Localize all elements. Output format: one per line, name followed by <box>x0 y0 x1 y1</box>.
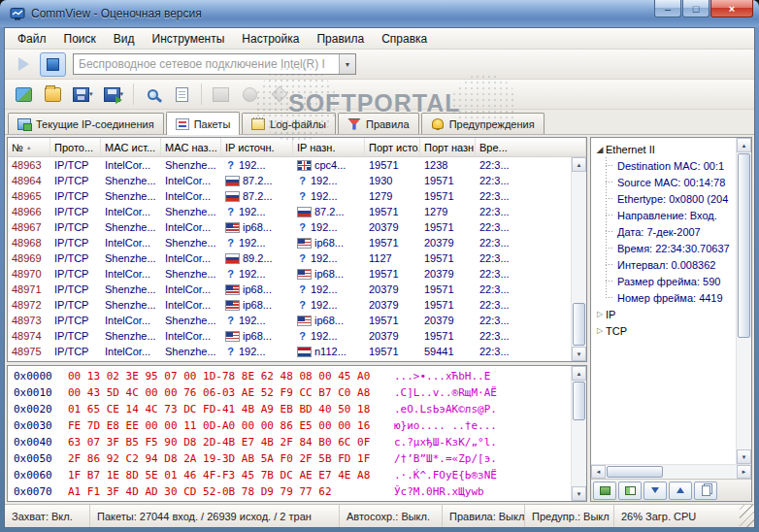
column-header-no[interactable]: №▲ <box>8 138 50 156</box>
hex-row[interactable]: 0x000000 13 02 3E 95 07 00 1D-78 8E 62 4… <box>14 368 571 384</box>
column-header-port_dst[interactable]: Порт назн. <box>420 138 476 156</box>
expand-all-button[interactable] <box>644 482 667 500</box>
packet-list-scrollbar[interactable]: ▲ ▼ <box>571 157 586 361</box>
packet-row-48967[interactable]: 48967IP/TCPShenzhe...IntelCor...ip68...?… <box>8 219 571 235</box>
hex-row[interactable]: 0x004063 07 3F B5 F5 90 D8 2D-4B E7 4B 2… <box>14 434 571 450</box>
scroll-thumb[interactable] <box>738 153 750 338</box>
adapter-select[interactable]: Беспроводное сетевое подключение Intel(R… <box>73 53 356 75</box>
packet-row-48974[interactable]: 48974IP/TCPShenzhe...IntelCor...ip68...?… <box>8 328 571 344</box>
tab-alarms[interactable]: Предупреждения <box>421 113 544 134</box>
packet-row-48969[interactable]: 48969IP/TCPShenzhe...IntelCor...89.2...?… <box>8 250 571 266</box>
tree-field-direction[interactable]: Направление: Вход. <box>602 207 736 223</box>
tree-field-frame-number[interactable]: Номер фрейма: 4419 <box>602 289 736 306</box>
stop-capture-button[interactable] <box>40 52 66 77</box>
tab-log-files[interactable]: Log-файлы <box>242 113 336 134</box>
tree-field-ethertype[interactable]: Ethertype: 0x0800 (204 <box>602 190 736 207</box>
scroll-thumb[interactable] <box>573 303 585 346</box>
open-logs-button[interactable] <box>40 83 66 107</box>
hex-row[interactable]: 0x00502F 86 92 C2 94 D8 2A 19-3D AB 5A F… <box>14 450 571 467</box>
column-header-ip_src[interactable]: IP источн. <box>221 138 293 156</box>
packet-row-48963[interactable]: 48963IP/TCPIntelCor...Shenzhe...?192...c… <box>8 157 571 173</box>
ip-text: ip68... <box>243 330 272 342</box>
hex-row[interactable]: 0x001000 43 5D 4C 00 00 76 06-03 AE 52 F… <box>14 384 571 401</box>
scroll-right-button[interactable]: ► <box>737 465 751 479</box>
scroll-thumb[interactable] <box>607 466 663 478</box>
packet-row-48973[interactable]: 48973IP/TCPIntelCor...Shenzhe...?192...i… <box>8 313 571 328</box>
decode-vertical-scrollbar[interactable]: ▲ ▼ <box>736 138 751 464</box>
find-button[interactable] <box>140 83 166 107</box>
adapter-value: Беспроводное сетевое подключение Intel(R… <box>74 57 339 71</box>
tree-node-ip[interactable]: ▷IP <box>594 306 736 322</box>
tree-node-ethernet[interactable]: ◢Ethernet II <box>594 141 736 157</box>
scroll-track[interactable] <box>572 172 586 347</box>
menu-search[interactable]: Поиск <box>55 29 105 49</box>
scroll-left-button[interactable]: ◄ <box>591 465 606 479</box>
menu-view[interactable]: Вид <box>105 29 144 49</box>
title-bar[interactable]: CommView - Оценочная версия – □ × <box>0 0 759 27</box>
minimize-button[interactable]: – <box>654 0 681 17</box>
resize-grip-icon[interactable] <box>740 505 754 527</box>
column-header-proto[interactable]: Прото... <box>50 138 101 156</box>
packet-row-48970[interactable]: 48970IP/TCPIntelCor...Shenzhe...?192...i… <box>8 266 571 282</box>
menu-help[interactable]: Справка <box>373 29 436 49</box>
scroll-up-button[interactable]: ▲ <box>572 366 586 381</box>
hex-row[interactable]: 0x0030FE 7D E8 EE 00 00 11 0D-A0 00 00 8… <box>14 417 571 434</box>
visualization-button[interactable] <box>237 83 263 107</box>
copy-decode-button[interactable] <box>694 482 717 500</box>
maximize-button[interactable]: □ <box>682 0 710 17</box>
packet-generator-button[interactable] <box>208 83 234 107</box>
log-viewer-button[interactable] <box>11 83 37 107</box>
tree-field-time[interactable]: Время: 22:34:30.70637 <box>602 240 736 256</box>
export-button[interactable]: ▾ <box>100 83 128 107</box>
tree-field-date[interactable]: Дата: 7-дек-2007 <box>602 223 736 240</box>
start-capture-button[interactable] <box>11 52 37 77</box>
options-button[interactable] <box>266 83 292 107</box>
scroll-down-button[interactable]: ▼ <box>737 449 751 464</box>
menu-file[interactable]: Файл <box>9 29 55 49</box>
combo-dropdown-icon[interactable]: ▼ <box>339 54 355 74</box>
hex-row[interactable]: 0x0070A1 F1 3F 4D AD 30 CD 52-0B 78 D9 7… <box>14 483 571 500</box>
cell-port-src: 19571 <box>365 268 420 280</box>
packet-row-48975[interactable]: 48975IP/TCPIntelCor...Shenzhe...?192...n… <box>8 344 571 359</box>
packet-row-48966[interactable]: 48966IP/TCPIntelCor...Shenzhe...?192...8… <box>8 204 571 219</box>
decode-pane-split-button[interactable] <box>618 482 642 500</box>
column-header-time[interactable]: Вре... <box>476 138 586 156</box>
column-header-ip_dst[interactable]: IP назн. <box>293 138 365 156</box>
scroll-track[interactable] <box>606 465 737 479</box>
column-header-port_src[interactable]: Порт исто... <box>365 138 420 156</box>
save-button[interactable]: ▾ <box>69 83 97 107</box>
menu-tools[interactable]: Инструменты <box>144 29 234 49</box>
scroll-up-button[interactable]: ▲ <box>572 157 586 172</box>
decode-horizontal-scrollbar[interactable]: ◄ ► <box>591 464 751 479</box>
column-header-mac_src[interactable]: MAC ист... <box>101 138 161 156</box>
packet-row-48965[interactable]: 48965IP/TCPShenzhe...IntelCor...87.2...?… <box>8 188 571 204</box>
menu-rules[interactable]: Правила <box>308 29 373 49</box>
tab-packets[interactable]: Пакеты <box>166 112 241 135</box>
scroll-thumb[interactable] <box>573 382 585 420</box>
tree-node-tcp[interactable]: ▷TCP <box>594 322 736 339</box>
tree-field-destination-mac[interactable]: Destination MAC: 00:1 <box>602 157 736 174</box>
scroll-up-button[interactable]: ▲ <box>737 138 751 152</box>
tree-field-frame-size[interactable]: Размер фрейма: 590 <box>602 273 736 289</box>
column-header-mac_dst[interactable]: MAC наз... <box>161 138 221 156</box>
hex-row[interactable]: 0x002001 65 CE 14 4C 73 DC FD-41 4B A9 E… <box>14 401 571 417</box>
menu-settings[interactable]: Настройка <box>233 29 308 49</box>
tree-field-source-mac[interactable]: Source MAC: 00:14:78 <box>602 174 736 190</box>
tree-field-interval[interactable]: Интервал: 0.008362 <box>602 256 736 273</box>
new-doc-button[interactable] <box>169 83 195 107</box>
scroll-down-button[interactable]: ▼ <box>572 347 586 361</box>
packet-row-48964[interactable]: 48964IP/TCPShenzhe...IntelCor...87.2...?… <box>8 173 571 188</box>
scroll-down-button[interactable]: ▼ <box>572 486 586 501</box>
packet-row-48971[interactable]: 48971IP/TCPShenzhe...IntelCor...ip68...?… <box>8 282 571 297</box>
tab-rules[interactable]: Правила <box>338 113 419 134</box>
tab-ip-connections[interactable]: Текущие IP-соединения <box>8 113 164 134</box>
close-button[interactable]: × <box>710 0 753 17</box>
packet-row-48968[interactable]: 48968IP/TCPIntelCor...Shenzhe...?192...i… <box>8 235 571 250</box>
packet-row-48972[interactable]: 48972IP/TCPShenzhe...IntelCor...ip68...?… <box>8 297 571 313</box>
decode-pane-position-button[interactable] <box>593 482 616 500</box>
hex-row[interactable]: 0x00601F B7 1E 8D 5E 01 46 4F-F3 45 7B D… <box>14 467 571 483</box>
scroll-track[interactable] <box>572 381 586 486</box>
collapse-all-button[interactable] <box>669 482 692 500</box>
hex-dump-scrollbar[interactable]: ▲ ▼ <box>571 366 586 501</box>
scroll-track[interactable] <box>737 152 751 449</box>
